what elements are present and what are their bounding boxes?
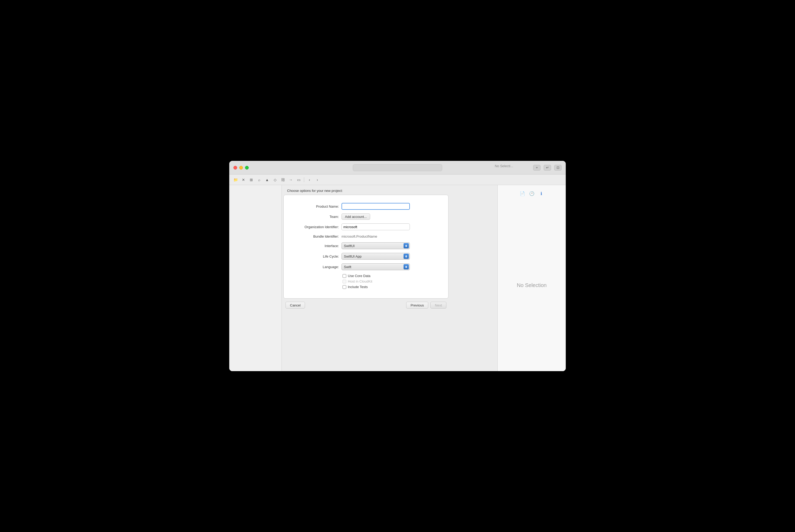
include-tests-row: Include Tests — [343, 285, 443, 289]
language-select-wrapper: Swift Objective-C — [341, 263, 410, 270]
team-control: Add account... — [341, 213, 410, 220]
toolbar: 📁 ✕ ⊞ ⌕ ▲ ◇ ⛓ → ▭ ‹ › No Selecti... — [229, 174, 566, 185]
org-identifier-control — [341, 223, 410, 230]
footer-right: Previous Next — [406, 302, 447, 309]
link-icon[interactable]: ⛓ — [280, 177, 286, 183]
stop-icon[interactable]: ◇ — [272, 177, 278, 183]
host-in-cloudkit-label: Host in CloudKit — [348, 280, 372, 283]
modal-body: Product Name: Team: Add account... — [283, 195, 449, 299]
info-icon[interactable]: ℹ — [538, 190, 545, 196]
sidebar — [229, 185, 282, 371]
bundle-identifier-control: microsoft.ProductName — [341, 234, 410, 239]
titlebar: + ↵ ⊡ — [229, 161, 566, 174]
language-label: Language: — [289, 265, 341, 269]
split-view-button[interactable]: ⊡ — [554, 165, 562, 171]
right-panel-icons: 📄 🕐 ℹ — [519, 190, 545, 196]
modal-container: Choose options for your new project: Pro… — [282, 185, 450, 312]
previous-button[interactable]: Previous — [406, 302, 429, 309]
no-selection-label: No Selecti... — [495, 164, 513, 168]
lifecycle-control: SwiftUI App UIKit App Delegate UIKit Sce… — [341, 253, 410, 260]
dialog-heading: Choose options for your new project: — [287, 189, 343, 193]
grid-icon[interactable]: ⊞ — [248, 177, 254, 183]
lifecycle-row: Life Cycle: SwiftUI App UIKit App Delega… — [289, 253, 443, 260]
doc-icon[interactable]: 📄 — [519, 190, 526, 196]
org-identifier-row: Organization Identifier: — [289, 223, 443, 230]
interface-select[interactable]: SwiftUI Storyboard XIB — [341, 242, 410, 249]
add-tab-button[interactable]: + — [533, 165, 541, 171]
include-tests-label: Include Tests — [348, 285, 368, 289]
bundle-identifier-value: microsoft.ProductName — [341, 234, 377, 239]
titlebar-right: + ↵ ⊡ — [533, 165, 562, 171]
checkboxes-section: Use Core Data Host in CloudKit Include T… — [341, 274, 443, 289]
product-name-row: Product Name: — [289, 203, 443, 210]
footer-left: Cancel — [285, 302, 305, 309]
host-in-cloudkit-checkbox[interactable] — [343, 280, 346, 283]
bundle-identifier-row: Bundle Identifier: microsoft.ProductName — [289, 234, 443, 239]
chevron-right-icon[interactable]: › — [314, 177, 320, 183]
next-button[interactable]: Next — [430, 302, 447, 309]
interface-control: SwiftUI Storyboard XIB — [341, 242, 410, 249]
org-identifier-input[interactable] — [341, 223, 410, 230]
titlebar-center — [353, 164, 442, 171]
right-panel: 📄 🕐 ℹ No Selection — [497, 185, 566, 371]
team-row: Team: Add account... — [289, 213, 443, 220]
interface-label: Interface: — [289, 244, 341, 248]
use-core-data-checkbox[interactable] — [343, 274, 346, 278]
interface-select-wrapper: SwiftUI Storyboard XIB — [341, 242, 410, 249]
modal-header: Choose options for your new project: — [282, 185, 450, 195]
org-identifier-label: Organization Identifier: — [289, 225, 341, 229]
run-icon[interactable]: ▲ — [264, 177, 270, 183]
close-button[interactable] — [233, 166, 237, 170]
x-icon[interactable]: ✕ — [240, 177, 247, 183]
modal-footer: Cancel Previous Next — [282, 299, 450, 312]
search-bar[interactable] — [353, 164, 442, 171]
search-icon[interactable]: ⌕ — [256, 177, 262, 183]
main-content: Choose options for your new project: Pro… — [229, 185, 566, 371]
traffic-lights — [233, 166, 249, 170]
add-account-button[interactable]: Add account... — [341, 213, 370, 220]
language-control: Swift Objective-C — [341, 263, 410, 270]
no-selection-main: No Selection — [517, 199, 547, 371]
chevron-left-icon[interactable]: ‹ — [306, 177, 313, 183]
lifecycle-select-wrapper: SwiftUI App UIKit App Delegate UIKit Sce… — [341, 253, 410, 260]
host-in-cloudkit-row: Host in CloudKit — [343, 280, 443, 283]
product-name-control — [341, 203, 410, 210]
folder-icon[interactable]: 📁 — [232, 177, 239, 183]
rect-icon[interactable]: ▭ — [296, 177, 302, 183]
product-name-input[interactable] — [341, 203, 410, 210]
maximize-button[interactable] — [245, 166, 249, 170]
bundle-identifier-label: Bundle Identifier: — [289, 234, 341, 239]
content-area: Choose options for your new project: Pro… — [282, 185, 497, 371]
product-name-label: Product Name: — [289, 205, 341, 208]
lifecycle-select[interactable]: SwiftUI App UIKit App Delegate UIKit Sce… — [341, 253, 410, 260]
use-core-data-label: Use Core Data — [348, 274, 371, 278]
clock-icon[interactable]: 🕐 — [529, 190, 535, 196]
lifecycle-label: Life Cycle: — [289, 254, 341, 259]
interface-row: Interface: SwiftUI Storyboard XIB — [289, 242, 443, 249]
cancel-button[interactable]: Cancel — [285, 302, 305, 309]
minimize-button[interactable] — [239, 166, 243, 170]
include-tests-checkbox[interactable] — [343, 285, 346, 289]
use-core-data-row: Use Core Data — [343, 274, 443, 278]
language-row: Language: Swift Objective-C — [289, 263, 443, 270]
team-label: Team: — [289, 215, 341, 219]
enter-button[interactable]: ↵ — [544, 165, 551, 171]
language-select[interactable]: Swift Objective-C — [341, 263, 410, 270]
arrow-icon[interactable]: → — [288, 177, 294, 183]
xcode-window: + ↵ ⊡ 📁 ✕ ⊞ ⌕ ▲ ◇ ⛓ → ▭ ‹ › No Selecti..… — [229, 161, 566, 371]
